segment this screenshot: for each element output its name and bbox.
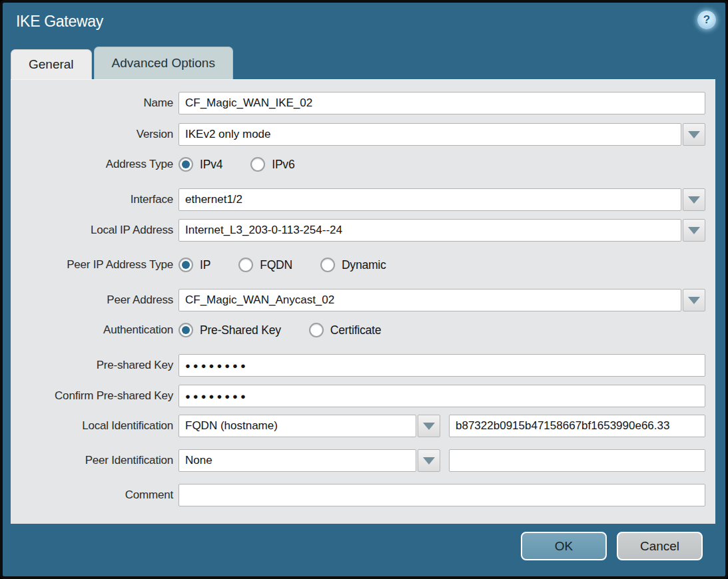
radio-dynamic-label: Dynamic (342, 258, 386, 272)
chevron-down-icon (423, 423, 435, 430)
ike-gateway-dialog: IKE Gateway ? General Advanced Options N… (0, 0, 728, 579)
comment-row: Comment (11, 484, 705, 506)
radio-ipv6-label: IPv6 (272, 158, 294, 172)
local-identification-label: Local Identification (11, 419, 173, 433)
version-dropdown-button[interactable] (683, 123, 705, 146)
comment-input[interactable] (179, 484, 705, 506)
local-identification-type-select[interactable]: FQDN (hostname) (179, 415, 416, 437)
peer-ip-type-radio-group: IP FQDN Dynamic (179, 258, 386, 272)
local-ip-row: Local IP Address Internet_L3_203-0-113-2… (11, 219, 705, 242)
peer-identification-type-select[interactable]: None (179, 449, 416, 472)
radio-fqdn[interactable]: FQDN (238, 258, 292, 272)
tab-general[interactable]: General (11, 49, 92, 79)
radio-dynamic[interactable]: Dynamic (320, 258, 386, 272)
preshared-key-input[interactable] (179, 354, 705, 377)
radio-certificate[interactable]: Certificate (309, 323, 382, 337)
address-type-row: Address Type IPv4 IPv6 (11, 153, 705, 176)
footer-button-bar: OK Cancel (521, 532, 703, 560)
authentication-row: Authentication Pre-Shared Key Certificat… (11, 319, 705, 341)
confirm-preshared-key-input[interactable] (179, 385, 705, 407)
radio-ip-label: IP (200, 258, 210, 272)
chevron-down-icon (688, 227, 700, 234)
version-select[interactable]: IKEv2 only mode (179, 123, 681, 146)
local-identification-value-input[interactable] (449, 415, 705, 437)
tab-bar: General Advanced Options (11, 47, 233, 79)
peer-address-label: Peer Address (11, 293, 173, 307)
version-row: Version IKEv2 only mode (11, 123, 705, 146)
confirm-preshared-key-row: Confirm Pre-shared Key (11, 385, 705, 407)
peer-identification-row: Peer Identification None (11, 449, 705, 472)
radio-ipv6[interactable]: IPv6 (250, 157, 294, 172)
peer-identification-label: Peer Identification (11, 454, 173, 467)
radio-fqdn-circle[interactable] (238, 258, 253, 272)
radio-pre-shared-key-label: Pre-Shared Key (200, 323, 281, 337)
chevron-down-icon (423, 457, 435, 465)
radio-dynamic-circle[interactable] (320, 258, 335, 272)
radio-pre-shared-key[interactable]: Pre-Shared Key (179, 323, 281, 337)
ok-button[interactable]: OK (521, 532, 607, 560)
name-label: Name (11, 96, 173, 110)
general-tab-panel: Name Version IKEv2 only mode Address Typ… (11, 79, 715, 524)
local-ip-dropdown-button[interactable] (683, 219, 705, 242)
tab-advanced-options[interactable]: Advanced Options (94, 47, 233, 79)
local-identification-dropdown-button[interactable] (418, 415, 440, 437)
name-row: Name (11, 92, 705, 114)
interface-select[interactable]: ethernet1/2 (179, 188, 681, 211)
name-input[interactable] (179, 92, 705, 114)
version-label: Version (11, 128, 173, 141)
radio-ipv4-circle[interactable] (179, 157, 193, 172)
peer-ip-type-row: Peer IP Address Type IP FQDN Dynamic (11, 254, 705, 276)
interface-dropdown-button[interactable] (683, 188, 705, 211)
radio-ip[interactable]: IP (179, 258, 210, 272)
dialog-title: IKE Gateway (16, 13, 103, 31)
radio-ipv6-circle[interactable] (250, 157, 265, 172)
peer-address-dropdown-button[interactable] (683, 289, 705, 311)
radio-ip-circle[interactable] (179, 258, 193, 272)
local-identification-row: Local Identification FQDN (hostname) (11, 415, 705, 437)
local-ip-label: Local IP Address (11, 224, 173, 237)
radio-certificate-circle[interactable] (309, 323, 324, 337)
preshared-key-row: Pre-shared Key (11, 354, 705, 377)
radio-fqdn-label: FQDN (260, 258, 292, 272)
radio-ipv4[interactable]: IPv4 (179, 157, 222, 172)
address-type-radio-group: IPv4 IPv6 (179, 157, 294, 172)
authentication-radio-group: Pre-Shared Key Certificate (179, 323, 381, 337)
comment-label: Comment (11, 488, 173, 502)
title-bar: IKE Gateway ? (3, 3, 725, 45)
peer-address-row: Peer Address CF_Magic_WAN_Anycast_02 (11, 289, 705, 311)
peer-identification-value-input[interactable] (449, 449, 705, 472)
cancel-button[interactable]: Cancel (617, 532, 703, 560)
radio-certificate-label: Certificate (330, 323, 382, 337)
confirm-preshared-key-label: Confirm Pre-shared Key (11, 389, 173, 403)
chevron-down-icon (688, 297, 700, 304)
radio-pre-shared-key-circle[interactable] (179, 323, 193, 337)
peer-address-select[interactable]: CF_Magic_WAN_Anycast_02 (179, 289, 681, 311)
peer-identification-dropdown-button[interactable] (418, 449, 440, 472)
interface-label: Interface (11, 193, 173, 206)
preshared-key-label: Pre-shared Key (11, 359, 173, 372)
address-type-label: Address Type (11, 158, 173, 171)
radio-ipv4-label: IPv4 (200, 158, 222, 172)
help-icon[interactable]: ? (697, 11, 716, 29)
chevron-down-icon (688, 131, 700, 138)
peer-ip-type-label: Peer IP Address Type (11, 258, 173, 272)
chevron-down-icon (688, 196, 700, 204)
interface-row: Interface ethernet1/2 (11, 188, 705, 211)
local-ip-select[interactable]: Internet_L3_203-0-113-254--24 (179, 219, 681, 242)
authentication-label: Authentication (11, 323, 173, 337)
